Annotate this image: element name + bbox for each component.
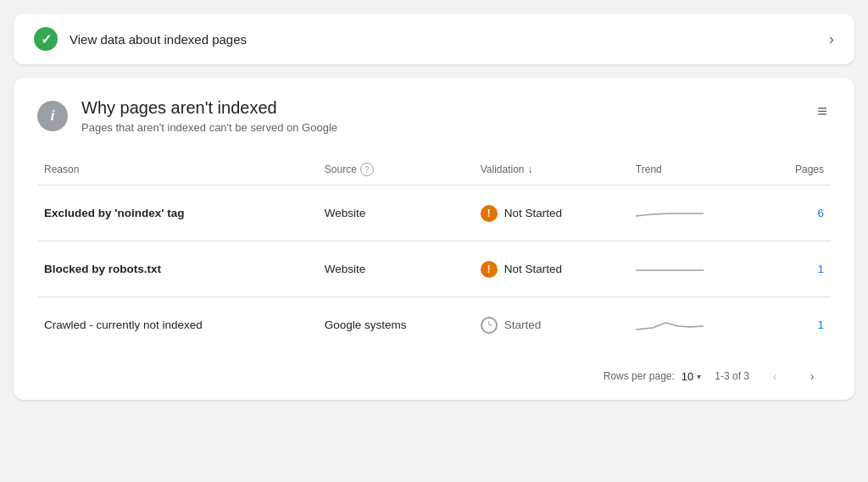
th-source: Source ? <box>318 154 474 186</box>
row3-validation: Started <box>474 297 629 353</box>
rows-per-page-label: Rows per page: <box>604 370 675 382</box>
th-validation: Validation ↓ <box>474 154 629 186</box>
main-card: Why pages aren't indexed Pages that aren… <box>14 78 854 400</box>
row1-validation-label: Not Started <box>504 207 562 219</box>
th-trend: Trend <box>629 154 762 186</box>
rows-dropdown-arrow-icon: ▾ <box>697 372 701 381</box>
card-title: Why pages aren't indexed <box>81 98 337 118</box>
card-subtitle: Pages that aren't indexed can't be serve… <box>81 121 337 134</box>
top-card-label: View data about indexed pages <box>70 32 247 47</box>
th-validation-label: Validation <box>481 163 525 175</box>
row2-source: Website <box>318 241 474 297</box>
row3-reason: Crawled - currently not indexed <box>37 297 318 353</box>
chevron-right-icon: › <box>810 369 815 383</box>
row2-trend-chart <box>636 255 704 280</box>
indexed-pages-table: Reason Source ? Validation ↓ Trend Pages <box>37 154 831 352</box>
row2-validation-label: Not Started <box>504 263 562 275</box>
info-icon <box>37 101 68 131</box>
row3-validation-label: Started <box>504 319 542 331</box>
row3-source: Google systems <box>318 297 474 353</box>
row3-trend-chart <box>636 311 704 336</box>
th-reason: Reason <box>37 154 318 186</box>
card-title-block: Why pages aren't indexed Pages that aren… <box>81 98 337 134</box>
row2-validation: Not Started <box>474 241 629 297</box>
source-help-icon[interactable]: ? <box>360 163 374 176</box>
card-header: Why pages aren't indexed Pages that aren… <box>37 98 831 134</box>
table-footer: Rows per page: 10 ▾ 1-3 of 3 ‹ › <box>37 352 831 400</box>
table-row: Crawled - currently not indexed Google s… <box>37 297 831 353</box>
check-icon <box>34 27 58 51</box>
clock-icon <box>481 317 498 334</box>
filter-icon[interactable]: ≡ <box>814 98 831 125</box>
row1-trend-chart <box>636 199 704 224</box>
rows-per-page-control: Rows per page: 10 ▾ <box>604 370 702 383</box>
row3-trend <box>629 297 762 353</box>
row3-pages[interactable]: 1 <box>761 297 831 353</box>
row1-pages[interactable]: 6 <box>761 186 831 241</box>
row1-source: Website <box>318 186 474 241</box>
chevron-right-icon: › <box>829 30 834 48</box>
not-started-icon <box>481 261 498 278</box>
th-pages: Pages <box>761 154 831 186</box>
th-source-label: Source <box>325 163 357 175</box>
table-header-row: Reason Source ? Validation ↓ Trend Pages <box>37 154 831 186</box>
prev-page-button[interactable]: ‹ <box>763 364 787 388</box>
top-card-left: View data about indexed pages <box>34 27 247 51</box>
row2-pages[interactable]: 1 <box>761 241 831 297</box>
card-header-left: Why pages aren't indexed Pages that aren… <box>37 98 337 134</box>
table-row: Excluded by 'noindex' tag Website Not St… <box>37 186 831 241</box>
sort-arrow-icon[interactable]: ↓ <box>528 163 533 175</box>
chevron-left-icon: ‹ <box>773 369 777 383</box>
page-info: 1-3 of 3 <box>715 370 749 382</box>
not-started-icon <box>481 205 498 222</box>
rows-per-page-select[interactable]: 10 ▾ <box>682 370 701 383</box>
rows-per-page-value: 10 <box>682 370 693 383</box>
table-row: Blocked by robots.txt Website Not Starte… <box>37 241 831 297</box>
row2-reason: Blocked by robots.txt <box>37 241 318 297</box>
indexed-pages-card[interactable]: View data about indexed pages › <box>14 14 854 64</box>
next-page-button[interactable]: › <box>800 364 824 388</box>
row1-validation: Not Started <box>474 186 629 241</box>
row1-trend <box>629 186 762 241</box>
row2-trend <box>629 241 762 297</box>
row1-reason: Excluded by 'noindex' tag <box>37 186 318 241</box>
